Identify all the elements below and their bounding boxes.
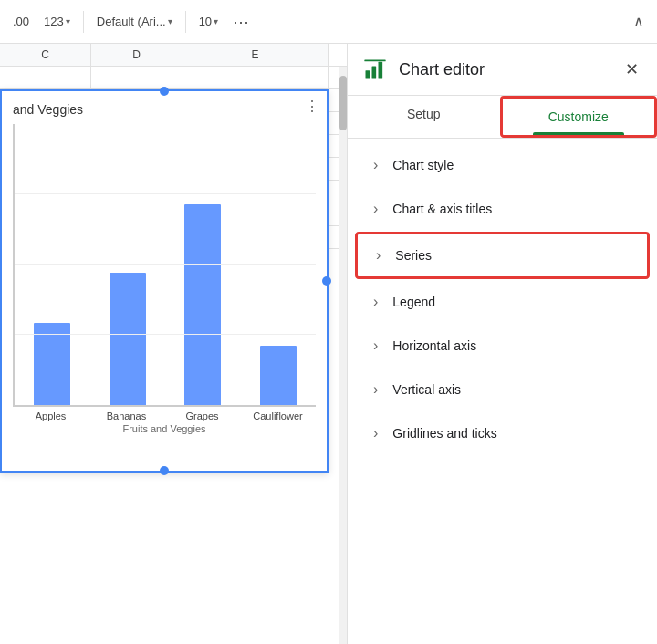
spreadsheet: C D E <box>0 44 347 644</box>
currency-chevron-icon: ▾ <box>66 16 70 26</box>
font-size-chevron-icon: ▾ <box>214 16 218 26</box>
chart-bar-cauliflower <box>250 346 308 405</box>
menu-item-series[interactable]: › Series <box>358 234 647 276</box>
font-name-chevron-icon: ▾ <box>168 16 172 26</box>
column-headers: C D E <box>0 44 347 67</box>
chart-bar-bananas <box>99 273 157 405</box>
x-label-bananas: Bananas <box>98 410 155 421</box>
chart-icon <box>362 57 388 82</box>
toolbar-separator-2 <box>185 11 186 33</box>
tab-customize[interactable]: Customize <box>500 96 658 138</box>
menu-item-chart-axis-titles[interactable]: › Chart & axis titles <box>355 188 650 230</box>
editor-menu: › Chart style › Chart & axis titles › Se… <box>348 139 657 644</box>
menu-item-legend[interactable]: › Legend <box>355 281 650 323</box>
currency-label: 123 <box>44 15 64 28</box>
scrollbar-thumb[interactable] <box>339 76 347 130</box>
more-options-button[interactable]: ⋯ <box>227 8 255 36</box>
chevron-right-icon: › <box>373 381 378 398</box>
font-size-button[interactable]: 10 ▾ <box>193 11 224 32</box>
editor-header: Chart editor ✕ <box>348 44 657 96</box>
bar-grapes <box>184 204 221 405</box>
menu-label-vertical-axis: Vertical axis <box>392 382 461 397</box>
main-area: C D E <box>0 44 657 644</box>
bar-cauliflower <box>260 346 297 405</box>
chart-container[interactable]: ⋮ and Veggies <box>0 89 328 473</box>
chart-x-axis-title: Fruits and Veggies <box>13 423 316 434</box>
col-c-label: C <box>41 48 49 61</box>
col-header-d: D <box>91 44 182 66</box>
x-label-apples: Apples <box>22 410 79 421</box>
chart-handle-top[interactable] <box>160 87 169 96</box>
svg-rect-2 <box>379 62 383 79</box>
series-highlight-box: › Series <box>355 232 650 279</box>
chart-handle-bottom[interactable] <box>160 466 169 475</box>
chevron-right-icon: › <box>373 338 378 354</box>
menu-label-chart-axis-titles: Chart & axis titles <box>392 202 492 216</box>
chart-plot: Apples Bananas Grapes Cauliflower Fruits… <box>13 124 316 434</box>
font-name-button[interactable]: Default (Ari... ▾ <box>91 11 178 32</box>
col-d-label: D <box>132 48 141 61</box>
tab-setup[interactable]: Setup <box>348 96 500 138</box>
svg-rect-1 <box>372 67 377 79</box>
currency-button[interactable]: 123 ▾ <box>38 11 76 32</box>
col-header-e: E <box>182 44 328 66</box>
chevron-right-icon: › <box>373 294 378 310</box>
svg-rect-0 <box>366 70 370 78</box>
chart-title: and Veggies <box>13 102 316 117</box>
number-format-label: .00 <box>13 15 29 28</box>
menu-label-horizontal-axis: Horizontal axis <box>392 338 476 353</box>
chart-bars-area <box>13 124 316 407</box>
chart-editor-panel: Chart editor ✕ Setup Customize › Chart s… <box>347 44 657 644</box>
font-name-label: Default (Ari... <box>97 15 166 28</box>
chart-x-labels: Apples Bananas Grapes Cauliflower <box>13 407 316 421</box>
toolbar-separator-1 <box>83 11 84 33</box>
menu-label-legend: Legend <box>392 295 435 309</box>
grid-area: ⋮ and Veggies <box>0 67 347 644</box>
menu-item-horizontal-axis[interactable]: › Horizontal axis <box>355 325 650 367</box>
menu-item-vertical-axis[interactable]: › Vertical axis <box>355 369 650 410</box>
toolbar: .00 123 ▾ Default (Ari... ▾ 10 ▾ ⋯ ∧ <box>0 0 657 44</box>
x-label-grapes: Grapes <box>173 410 231 421</box>
chevron-right-icon: › <box>373 201 378 217</box>
chart-handle-right[interactable] <box>322 276 331 286</box>
tab-setup-label: Setup <box>407 107 441 121</box>
gridline <box>15 264 316 265</box>
menu-item-gridlines-ticks[interactable]: › Gridlines and ticks <box>355 412 650 454</box>
chevron-right-icon: › <box>376 247 381 264</box>
font-size-label: 10 <box>199 15 212 28</box>
scrollbar-vertical[interactable] <box>339 67 347 644</box>
svg-rect-3 <box>364 60 385 62</box>
collapse-button[interactable]: ∧ <box>628 9 650 34</box>
menu-label-series: Series <box>395 248 432 263</box>
collapse-icon: ∧ <box>633 14 644 29</box>
chart-options-icon: ⋮ <box>305 98 319 115</box>
menu-label-gridlines-ticks: Gridlines and ticks <box>392 426 496 441</box>
col-e-label: E <box>251 48 258 61</box>
chart-bar-apples <box>24 323 81 405</box>
bar-apples <box>34 323 70 405</box>
chart-inner: and Veggies <box>2 91 327 471</box>
chevron-right-icon: › <box>373 157 378 173</box>
col-header-c: C <box>0 44 91 66</box>
chevron-right-icon: › <box>373 425 378 441</box>
close-button[interactable]: ✕ <box>620 58 642 80</box>
table-row[interactable] <box>0 67 347 89</box>
chart-options-button[interactable]: ⋮ <box>301 95 323 117</box>
number-format-button[interactable]: .00 <box>7 11 35 32</box>
gridline <box>15 193 316 194</box>
chart-bar-grapes <box>174 204 232 405</box>
menu-item-chart-style[interactable]: › Chart style <box>355 144 650 186</box>
editor-tabs: Setup Customize <box>348 96 657 139</box>
close-icon: ✕ <box>625 59 639 79</box>
tab-customize-label: Customize <box>548 109 609 124</box>
editor-title: Chart editor <box>399 60 620 79</box>
more-options-icon: ⋯ <box>233 13 249 31</box>
x-label-cauliflower: Cauliflower <box>249 410 307 421</box>
menu-label-chart-style: Chart style <box>392 158 454 172</box>
bar-bananas <box>110 273 146 405</box>
